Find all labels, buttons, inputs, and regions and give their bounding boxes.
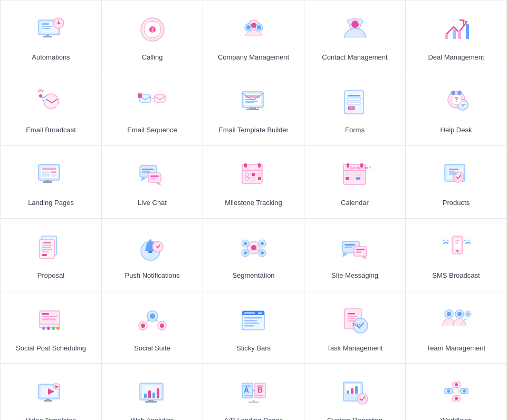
svg-rect-138 — [455, 242, 458, 243]
svg-point-156 — [141, 324, 145, 328]
svg-rect-25 — [453, 30, 456, 39]
svg-rect-6 — [46, 35, 49, 36]
grid-item-web-analytics[interactable]: Web Analytics — [102, 364, 203, 420]
grid-item-milestone-tracking[interactable]: Milestone Tracking — [203, 146, 304, 219]
svg-line-218 — [452, 391, 456, 396]
svg-rect-26 — [458, 31, 461, 39]
grid-item-landing-pages[interactable]: Landing Pages — [1, 146, 102, 219]
svg-rect-87 — [346, 173, 349, 175]
ab-landing-pages-icon: A B — [235, 374, 272, 411]
svg-point-114 — [152, 241, 163, 252]
svg-rect-201 — [255, 395, 263, 396]
svg-text:|||: ||| — [150, 27, 155, 33]
svg-rect-31 — [46, 98, 58, 106]
svg-rect-93 — [356, 177, 360, 180]
grid-item-social-suite[interactable]: Social Suite — [102, 291, 203, 364]
grid-item-contact-management[interactable]: Contact Management — [304, 1, 406, 73]
grid-item-sticky-bars[interactable]: Sticky Bars — [203, 291, 304, 364]
svg-rect-27 — [466, 24, 469, 39]
svg-rect-79 — [258, 173, 261, 176]
grid-item-push-notifications[interactable]: Push Notifications — [102, 219, 203, 291]
svg-rect-61 — [42, 168, 56, 170]
svg-point-124 — [251, 245, 256, 250]
svg-rect-164 — [244, 323, 259, 324]
svg-rect-144 — [42, 319, 56, 320]
svg-rect-47 — [348, 102, 360, 105]
svg-rect-45 — [348, 95, 360, 96]
svg-text:Task: Task — [352, 323, 361, 326]
svg-rect-198 — [244, 385, 251, 387]
grid-item-email-sequence[interactable]: Email Sequence — [102, 73, 203, 146]
svg-point-55 — [457, 91, 462, 95]
svg-rect-137 — [455, 240, 460, 241]
team-management-label: Team Management — [427, 344, 485, 353]
svg-rect-130 — [345, 244, 355, 246]
grid-item-task-management[interactable]: Task Task Management — [304, 291, 406, 364]
workflows-icon — [438, 374, 475, 411]
calling-label: Calling — [142, 53, 163, 62]
grid-item-help-desk[interactable]: ? Help Desk — [406, 73, 507, 146]
grid-item-custom-reporting[interactable]: Custom Reporting — [304, 364, 406, 420]
svg-rect-91 — [346, 177, 349, 180]
grid-item-calendar[interactable]: Sun Mon Tue Wed Calendar — [304, 146, 406, 219]
svg-point-22 — [347, 19, 352, 24]
svg-line-219 — [456, 387, 460, 391]
svg-rect-4 — [42, 28, 50, 29]
grid-item-calling[interactable]: ≡ ||| Calling — [102, 1, 203, 73]
svg-rect-165 — [244, 325, 254, 327]
grid-item-site-messaging[interactable]: Site Messaging — [304, 219, 406, 291]
svg-rect-133 — [356, 249, 365, 250]
svg-rect-41 — [245, 102, 254, 103]
grid-item-email-broadcast[interactable]: Email Broadcast — [1, 73, 102, 146]
svg-rect-81 — [252, 177, 255, 180]
svg-point-178 — [466, 312, 470, 316]
grid-item-social-post-scheduling[interactable]: Social Post Scheduling — [1, 291, 102, 364]
proposal-icon — [33, 229, 70, 266]
svg-text:B: B — [257, 386, 262, 394]
products-grid: Automations ≡ ||| Calling Company Manage… — [0, 0, 507, 420]
grid-item-company-management[interactable]: Company Management — [203, 1, 304, 73]
grid-item-email-template-builder[interactable]: Email Template Builder — [203, 73, 304, 146]
forms-label: Forms — [345, 126, 365, 135]
svg-rect-188 — [144, 394, 147, 398]
grid-item-sms-broadcast[interactable]: SMS Broadcast — [406, 219, 507, 291]
grid-item-products[interactable]: Products — [406, 146, 507, 219]
live-chat-icon — [134, 157, 171, 193]
svg-rect-170 — [348, 318, 355, 319]
svg-text:A: A — [243, 386, 248, 394]
grid-item-workflows[interactable]: Workflows — [406, 364, 507, 420]
automations-label: Automations — [32, 53, 70, 62]
svg-rect-76 — [242, 170, 262, 171]
forms-icon: Submit — [337, 84, 374, 121]
svg-rect-63 — [51, 171, 56, 173]
grid-item-forms[interactable]: Submit Forms — [304, 73, 406, 146]
grid-item-automations[interactable]: Automations — [1, 1, 102, 73]
video-templates-icon: ▶ — [33, 374, 70, 411]
svg-rect-141 — [42, 313, 49, 315]
svg-text:▶: ▶ — [55, 384, 59, 389]
svg-rect-199 — [257, 385, 263, 387]
push-notifications-icon — [134, 229, 171, 266]
svg-rect-74 — [244, 163, 247, 168]
svg-point-19 — [257, 25, 261, 30]
grid-item-live-chat[interactable]: Live Chat — [102, 146, 203, 219]
sticky-bars-label: Sticky Bars — [236, 344, 271, 353]
svg-rect-56 — [461, 102, 467, 108]
grid-item-team-management[interactable]: Team Management — [406, 291, 507, 364]
sms-broadcast-label: SMS Broadcast — [432, 271, 480, 280]
svg-rect-134 — [356, 251, 361, 253]
svg-line-220 — [456, 391, 460, 396]
svg-point-155 — [150, 314, 155, 319]
contact-management-label: Contact Management — [322, 53, 387, 62]
svg-rect-92 — [351, 177, 355, 180]
svg-rect-171 — [348, 320, 356, 321]
calling-icon: ≡ ||| — [134, 11, 171, 48]
grid-item-proposal[interactable]: Proposal — [1, 219, 102, 291]
svg-rect-102 — [449, 171, 455, 173]
grid-item-video-templates[interactable]: ▶ Video Templates — [1, 364, 102, 420]
svg-rect-90 — [360, 173, 364, 175]
grid-item-ab-landing-pages[interactable]: A B A/B Landing Pages — [203, 364, 304, 420]
grid-item-segmentation[interactable]: Segmentation — [203, 219, 304, 291]
products-icon — [438, 157, 475, 193]
grid-item-deal-management[interactable]: Deal Management — [406, 1, 507, 73]
